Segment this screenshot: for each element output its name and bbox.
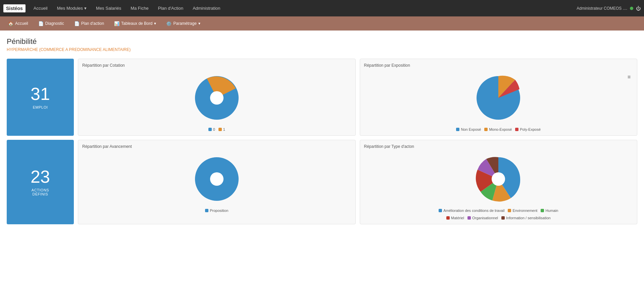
legend-non-expose: Non Exposé xyxy=(456,127,481,131)
emploi-stat-card: 31 EMPLOI xyxy=(7,59,74,136)
legend-dot-1 xyxy=(218,128,222,131)
avancement-chart-svg xyxy=(190,152,244,206)
exposition-legend: Non Exposé Mono-Exposé Poly-Exposé xyxy=(456,127,541,131)
avancement-legend: Proposition xyxy=(205,209,228,213)
actions-count: 23 xyxy=(31,168,50,185)
tableaux-icon: 📊 xyxy=(114,21,119,26)
top-nav-items: Accueil Mes Modules ▾ Mes Salariés Ma Fi… xyxy=(32,6,577,11)
chevron-down-icon: ▾ xyxy=(84,6,87,11)
actions-label: ACTIONS DÉFINIS xyxy=(32,188,49,196)
legend-dot-poly-expose xyxy=(515,128,518,131)
legend-amelioration: Amélioration des conditions de travail xyxy=(439,209,504,213)
cotation-chart-title: Répartition par Cotation xyxy=(82,63,125,68)
gear-icon: ⚙️ xyxy=(166,21,171,26)
legend-proposition: Proposition xyxy=(205,209,228,213)
type-action-chart-title: Répartition par Type d'acton xyxy=(364,144,414,149)
legend-materiel: Matériel xyxy=(446,216,464,220)
legend-dot-amelioration xyxy=(439,209,442,212)
type-action-chart-svg xyxy=(472,152,525,206)
app-logo[interactable]: Sistéos xyxy=(3,4,26,12)
emploi-label: EMPLOI xyxy=(33,105,48,109)
sec-nav-plan-action[interactable]: 📄 Plan d'action xyxy=(70,19,108,28)
legend-item-0: 0 xyxy=(208,127,215,131)
legend-humain: Humain xyxy=(541,209,558,213)
page-title: Pénibilité xyxy=(7,37,637,46)
sec-nav-accueil[interactable]: 🏠 Accueil xyxy=(4,19,32,28)
user-status-indicator xyxy=(630,7,633,10)
chevron-down-icon-param: ▾ xyxy=(198,21,200,26)
legend-dot-environnement xyxy=(508,209,511,212)
sec-nav-parametrage[interactable]: ⚙️ Paramétrage ▾ xyxy=(162,19,204,28)
bottom-dashboard-row: 23 ACTIONS DÉFINIS Répartition par Avanc… xyxy=(7,140,637,224)
legend-dot-proposition xyxy=(205,209,208,212)
legend-environnement: Environnement xyxy=(508,209,537,213)
sec-nav-diagnostic[interactable]: 📄 Diagnostic xyxy=(34,19,68,28)
legend-organisationnel: Organisationnel xyxy=(467,216,498,220)
type-action-legend: Amélioration des conditions de travail E… xyxy=(438,209,559,220)
nav-accueil[interactable]: Accueil xyxy=(32,6,49,11)
avancement-chart-title: Répartition par Avancement xyxy=(82,144,132,149)
power-icon[interactable]: ⏻ xyxy=(636,6,641,11)
user-info: Administrateur COMEOS .... ⏻ xyxy=(577,6,641,11)
avancement-chart-card: Répartition par Avancement Proposition xyxy=(78,140,356,224)
sec-nav-tableaux[interactable]: 📊 Tableaux de Bord ▾ xyxy=(110,19,160,28)
page-header: Pénibilité HYPERMARCHE (COMMERCE A PREDO… xyxy=(7,37,637,52)
svg-point-1 xyxy=(210,91,224,105)
type-action-chart-card: Répartition par Type d'acton xyxy=(360,140,638,224)
emploi-count: 31 xyxy=(31,85,50,103)
svg-point-5 xyxy=(492,172,505,186)
legend-dot-materiel xyxy=(446,216,450,220)
legend-item-1: 1 xyxy=(218,127,225,131)
legend-mono-expose: Mono-Exposé xyxy=(484,127,512,131)
main-content: Pénibilité HYPERMARCHE (COMMERCE A PREDO… xyxy=(0,31,644,291)
cotation-chart-svg xyxy=(190,71,244,125)
top-dashboard-row: 31 EMPLOI Répartition par Cotation 0 xyxy=(7,59,637,136)
svg-point-4 xyxy=(210,172,224,186)
plan-icon: 📄 xyxy=(74,21,80,26)
legend-poly-expose: Poly-Exposé xyxy=(515,127,541,131)
nav-ma-fiche[interactable]: Ma Fiche xyxy=(129,6,150,11)
nav-administration[interactable]: Administration xyxy=(191,6,221,11)
exposition-chart-title: Répartition par Exposition xyxy=(364,63,410,68)
legend-dot-mono-expose xyxy=(484,128,488,131)
legend-dot-information xyxy=(501,216,505,220)
username: Administrateur COMEOS .... xyxy=(577,6,627,11)
home-icon: 🏠 xyxy=(8,21,13,26)
cotation-legend: 0 1 xyxy=(208,127,225,131)
legend-dot-organisationnel xyxy=(467,216,471,220)
legend-dot-humain xyxy=(541,209,544,212)
chevron-down-icon-tableaux: ▾ xyxy=(154,21,156,26)
legend-dot-0 xyxy=(208,128,212,131)
top-nav: Sistéos Accueil Mes Modules ▾ Mes Salari… xyxy=(0,0,644,16)
actions-stat-card: 23 ACTIONS DÉFINIS xyxy=(7,140,74,224)
nav-mes-salaries[interactable]: Mes Salariés xyxy=(95,6,122,11)
diagnostic-icon: 📄 xyxy=(38,21,44,26)
nav-mes-modules[interactable]: Mes Modules ▾ xyxy=(56,6,88,11)
secondary-nav: 🏠 Accueil 📄 Diagnostic 📄 Plan d'action 📊… xyxy=(0,16,644,31)
legend-dot-non-expose xyxy=(456,128,459,131)
exposition-chart-svg xyxy=(472,71,525,125)
exposition-chart-card: Répartition par Exposition Non Exposé Mo… xyxy=(360,59,638,136)
nav-plan-action[interactable]: Plan d'Action xyxy=(157,6,185,11)
cotation-chart-card: Répartition par Cotation 0 1 xyxy=(78,59,356,136)
print-icon[interactable]: ≡ xyxy=(628,74,631,80)
legend-information: Information / sensibilisation xyxy=(501,216,551,220)
page-subtitle: HYPERMARCHE (COMMERCE A PREDOMINANCE ALI… xyxy=(7,47,637,52)
